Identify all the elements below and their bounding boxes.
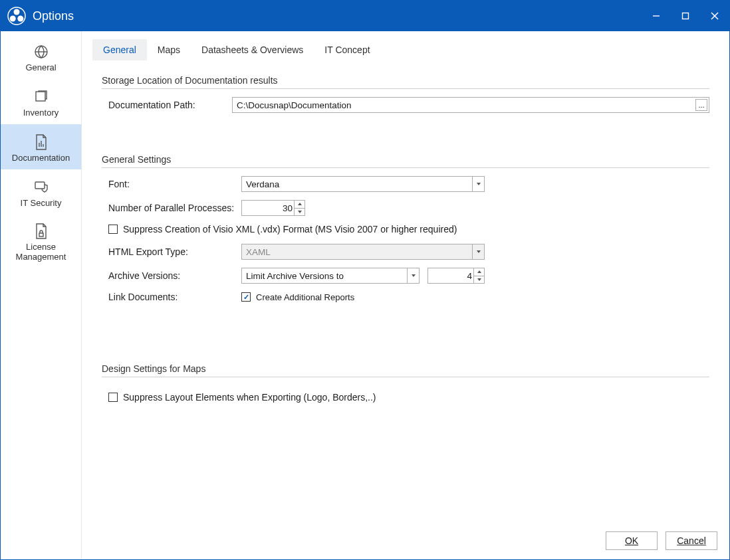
footer: OK Cancel [606, 531, 717, 550]
section-title-general: General Settings [102, 154, 709, 165]
button-label: OK [625, 535, 638, 546]
suppress-visio-checkbox[interactable] [108, 225, 118, 234]
svg-rect-9 [36, 92, 45, 101]
checkbox-label: Suppress Creation of Visio XML (.vdx) Fo… [123, 224, 457, 234]
sidebar-item-documentation[interactable]: Documentation [1, 124, 81, 169]
browse-button[interactable]: ... [695, 99, 707, 111]
sidebar: General Inventory Documen [1, 31, 82, 559]
svg-point-1 [14, 9, 20, 15]
suppress-layout-checkbox[interactable] [108, 393, 118, 402]
tab-datasheets[interactable]: Datasheets & Overviews [191, 39, 314, 60]
spin-up-button[interactable] [294, 201, 304, 208]
documentation-path-input[interactable]: C:\Docusnap\Documentation ... [232, 97, 709, 113]
label-font: Font: [102, 179, 241, 189]
sidebar-item-label: Inventory [23, 108, 59, 118]
font-combo[interactable]: Verdana [241, 176, 485, 192]
tab-label: Maps [158, 45, 180, 55]
shield-icon [33, 177, 49, 197]
sidebar-item-it-security[interactable]: IT Security [1, 169, 81, 215]
archive-count-spinner[interactable]: 4 [427, 268, 485, 284]
spin-down-button[interactable] [294, 208, 304, 216]
titlebar: Options [1, 1, 729, 31]
input-value: C:\Docusnap\Documentation [237, 100, 352, 110]
label-parallel-processes: Number of Parallel Processes: [102, 203, 241, 213]
sidebar-item-general[interactable]: General [1, 34, 81, 79]
chevron-down-icon [472, 177, 484, 191]
close-button[interactable] [700, 1, 729, 31]
combo-value: XAML [246, 247, 271, 257]
license-icon [34, 221, 49, 241]
tabs: General Maps Datasheets & Overviews IT C… [82, 31, 729, 60]
sidebar-item-label: IT Security [21, 199, 62, 209]
svg-point-3 [17, 16, 23, 22]
label-archive-versions: Archive Versions: [102, 270, 241, 281]
svg-rect-13 [35, 182, 45, 189]
minimize-button[interactable] [642, 1, 671, 31]
section-title-storage: Storage Location of Documentation result… [102, 75, 709, 86]
chevron-down-icon [472, 244, 484, 259]
chevron-down-icon [407, 268, 419, 283]
create-reports-checkbox[interactable] [241, 292, 251, 302]
sidebar-item-inventory[interactable]: Inventory [1, 79, 81, 124]
main-panel: General Maps Datasheets & Overviews IT C… [82, 31, 729, 559]
window-title: Options [33, 9, 74, 23]
sidebar-item-label: License Management [3, 242, 78, 262]
svg-rect-14 [39, 233, 43, 236]
inventory-icon [33, 87, 49, 107]
label-link-documents: Link Documents: [102, 292, 241, 302]
parallel-processes-spinner[interactable]: 30 [241, 200, 305, 216]
svg-point-2 [10, 16, 16, 22]
tab-label: General [103, 45, 136, 55]
spinner-value: 30 [283, 203, 293, 213]
ok-button[interactable]: OK [606, 531, 658, 550]
sidebar-item-license-management[interactable]: License Management [1, 215, 81, 268]
tab-label: Datasheets & Overviews [201, 45, 303, 55]
svg-rect-5 [683, 13, 689, 19]
globe-icon [33, 42, 49, 62]
checkbox-label: Suppress Layout Elements when Exporting … [123, 392, 376, 403]
app-logo-icon [7, 7, 26, 25]
document-chart-icon [34, 132, 49, 152]
label-export-type: HTML Export Type: [102, 246, 241, 257]
tab-maps[interactable]: Maps [147, 39, 191, 60]
combo-value: Limit Archive Versions to [246, 271, 344, 281]
maximize-button[interactable] [671, 1, 700, 31]
spin-up-button[interactable] [473, 268, 484, 276]
tab-label: IT Concept [324, 45, 370, 55]
label-documentation-path: Documentation Path: [102, 100, 232, 110]
archive-combo[interactable]: Limit Archive Versions to [241, 268, 420, 284]
cancel-button[interactable]: Cancel [666, 531, 717, 550]
spinner-value: 4 [467, 271, 472, 281]
sidebar-item-label: General [25, 63, 56, 73]
tab-general[interactable]: General [92, 39, 147, 60]
spin-down-button[interactable] [473, 276, 484, 284]
combo-value: Verdana [246, 179, 279, 189]
section-title-maps: Design Settings for Maps [102, 363, 709, 374]
sidebar-item-label: Documentation [12, 153, 70, 163]
checkbox-label: Create Additional Reports [256, 292, 354, 302]
export-type-combo: XAML [241, 244, 485, 260]
button-label: Cancel [677, 535, 706, 546]
tab-it-concept[interactable]: IT Concept [314, 39, 380, 60]
